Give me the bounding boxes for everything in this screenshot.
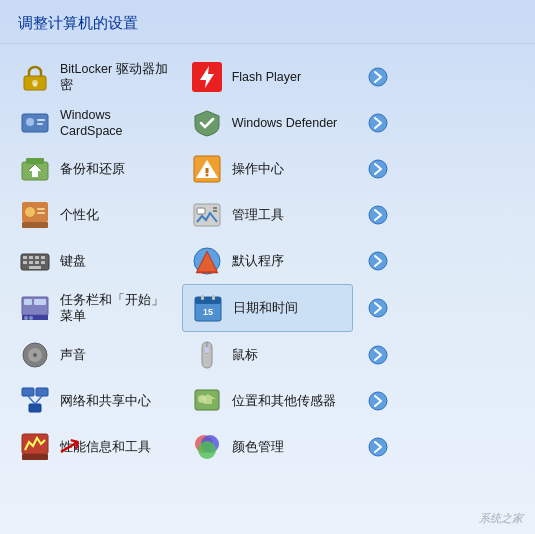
control-item-personalize[interactable]: 个性化 — [10, 192, 182, 238]
svg-rect-22 — [37, 212, 45, 214]
keyboard-icon — [18, 244, 52, 278]
svg-point-45 — [29, 316, 33, 320]
svg-rect-29 — [35, 256, 39, 259]
arrow-right-icon — [361, 60, 395, 94]
control-item-performance[interactable]: 性能信息和工具 — [10, 424, 182, 470]
arrow-right-icon — [361, 430, 395, 464]
sound-icon — [18, 338, 52, 372]
item-label-network: 网络和共享中心 — [60, 393, 151, 409]
control-item-taskbar[interactable]: 任务栏和「开始」菜单 — [10, 284, 182, 332]
control-item-right3[interactable] — [353, 146, 525, 192]
control-item-sound[interactable]: 声音 — [10, 332, 182, 378]
svg-rect-60 — [29, 404, 41, 412]
control-item-defender[interactable]: Windows Defender — [182, 100, 354, 146]
item-label-personalize: 个性化 — [60, 207, 99, 223]
svg-text:15: 15 — [203, 307, 213, 317]
item-label-mouse: 鼠标 — [232, 347, 258, 363]
control-item-right9[interactable] — [353, 424, 525, 470]
svg-point-56 — [205, 347, 209, 353]
item-label-bitlocker: BitLocker 驱动器加密 — [60, 61, 174, 94]
svg-rect-21 — [37, 208, 45, 210]
network-icon — [18, 384, 52, 418]
svg-point-10 — [369, 114, 387, 132]
control-item-cardspace[interactable]: Windows CardSpace — [10, 100, 182, 146]
svg-rect-67 — [22, 454, 48, 460]
control-item-datetime[interactable]: 15 日期和时间 — [182, 284, 354, 332]
svg-rect-15 — [205, 168, 208, 173]
control-item-bitlocker[interactable]: BitLocker 驱动器加密 — [10, 54, 182, 100]
svg-point-16 — [205, 174, 208, 177]
control-item-action[interactable]: 操作中心 — [182, 146, 354, 192]
svg-rect-48 — [201, 295, 204, 300]
control-item-right5[interactable] — [353, 238, 525, 284]
personalize-icon — [18, 198, 52, 232]
control-item-colormanage[interactable]: 颜色管理 — [182, 424, 354, 470]
cardspace-icon — [18, 106, 52, 140]
control-item-manage[interactable]: 管理工具 — [182, 192, 354, 238]
svg-rect-24 — [197, 208, 205, 214]
datetime-icon: 15 — [191, 291, 225, 325]
svg-rect-8 — [37, 119, 45, 121]
flash-icon — [190, 60, 224, 94]
control-item-right8[interactable] — [353, 378, 525, 424]
default-icon — [190, 244, 224, 278]
control-item-right1[interactable] — [353, 54, 525, 100]
item-label-keyboard: 键盘 — [60, 253, 86, 269]
item-label-sound: 声音 — [60, 347, 86, 363]
control-item-right6[interactable] — [353, 284, 525, 332]
arrow-right-icon — [361, 106, 395, 140]
svg-point-65 — [369, 392, 387, 410]
arrow-right-icon — [361, 198, 395, 232]
svg-point-25 — [369, 206, 387, 224]
svg-point-39 — [369, 252, 387, 270]
svg-rect-30 — [41, 256, 45, 259]
svg-rect-42 — [24, 299, 32, 305]
location-icon — [190, 384, 224, 418]
svg-point-7 — [26, 118, 34, 126]
control-item-network[interactable]: 网络和共享中心 — [10, 378, 182, 424]
control-item-location[interactable]: 位置和其他传感器 — [182, 378, 354, 424]
svg-point-20 — [25, 207, 35, 217]
svg-point-71 — [369, 438, 387, 456]
arrow-right-icon — [361, 244, 395, 278]
control-item-flash[interactable]: Flash Player — [182, 54, 354, 100]
svg-rect-35 — [29, 266, 41, 269]
svg-point-54 — [33, 353, 37, 357]
svg-line-62 — [35, 396, 42, 404]
svg-line-61 — [28, 396, 35, 404]
svg-rect-49 — [212, 295, 215, 300]
control-panel-grid: BitLocker 驱动器加密 Flash Player Windows Car… — [0, 48, 535, 476]
svg-rect-19 — [22, 222, 48, 228]
svg-point-5 — [369, 68, 387, 86]
svg-rect-59 — [36, 388, 48, 396]
control-item-right4[interactable] — [353, 192, 525, 238]
watermark: 系统之家 — [479, 511, 523, 526]
mouse-icon — [190, 338, 224, 372]
control-item-right2[interactable] — [353, 100, 525, 146]
control-item-backup[interactable]: 备份和还原 — [10, 146, 182, 192]
svg-rect-58 — [22, 388, 34, 396]
control-item-mouse[interactable]: 鼠标 — [182, 332, 354, 378]
svg-rect-33 — [35, 261, 39, 264]
control-item-default[interactable]: 默认程序 — [182, 238, 354, 284]
svg-rect-27 — [23, 256, 27, 259]
item-label-default: 默认程序 — [232, 253, 284, 269]
svg-rect-34 — [41, 261, 45, 264]
svg-rect-47 — [195, 297, 221, 304]
item-label-taskbar: 任务栏和「开始」菜单 — [60, 292, 174, 325]
svg-rect-9 — [37, 123, 43, 125]
backup-icon — [18, 152, 52, 186]
item-label-manage: 管理工具 — [232, 207, 284, 223]
arrow-right-icon — [361, 384, 395, 418]
control-item-keyboard[interactable]: 键盘 — [10, 238, 182, 284]
svg-rect-28 — [29, 256, 33, 259]
svg-rect-13 — [32, 171, 38, 177]
item-label-defender: Windows Defender — [232, 115, 338, 131]
svg-rect-12 — [26, 158, 44, 164]
defender-icon — [190, 106, 224, 140]
item-label-cardspace: Windows CardSpace — [60, 107, 174, 140]
control-item-right7[interactable] — [353, 332, 525, 378]
svg-point-51 — [369, 299, 387, 317]
svg-rect-2 — [34, 83, 37, 87]
svg-point-57 — [369, 346, 387, 364]
